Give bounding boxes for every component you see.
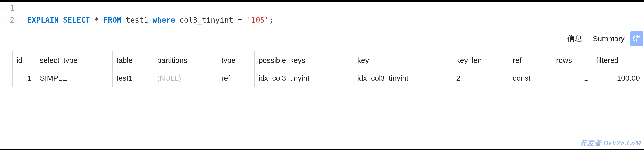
tab-result[interactable]: 结 <box>630 31 642 46</box>
col-header-type[interactable]: type <box>218 51 254 69</box>
table-header-row: id select_type table partitions type pos… <box>0 51 644 69</box>
line-number: 1 <box>0 4 20 13</box>
cell-blank <box>0 69 12 87</box>
code-content[interactable]: EXPLAIN SELECT * FROM test1 where col3_t… <box>20 16 274 24</box>
col-header-select-type[interactable]: select_type <box>36 51 112 69</box>
code-editor[interactable]: 1 2 EXPLAIN SELECT * FROM test1 where co… <box>0 2 644 26</box>
code-line: 1 <box>0 2 644 14</box>
cell-partitions: (NULL) <box>153 69 218 87</box>
col-header-filtered[interactable]: filtered <box>592 51 644 69</box>
col-header-id[interactable]: id <box>12 51 36 69</box>
cell-filtered: 100.00 <box>592 69 644 87</box>
cell-id: 1 <box>12 69 36 87</box>
col-header-possible-keys[interactable]: possible_keys <box>254 51 354 69</box>
col-header-table[interactable]: table <box>112 51 153 69</box>
result-tabs: 信息 Summary 结 <box>0 26 644 51</box>
col-header-key[interactable]: key <box>353 51 452 69</box>
col-header-rows[interactable]: rows <box>552 51 592 69</box>
code-line: 2 EXPLAIN SELECT * FROM test1 where col3… <box>0 14 644 26</box>
table-row[interactable]: 1 SIMPLE test1 (NULL) ref idx_col3_tinyi… <box>0 69 644 87</box>
tab-summary[interactable]: Summary <box>588 32 630 45</box>
cell-type: ref <box>218 69 254 87</box>
tab-info[interactable]: 信息 <box>562 31 588 46</box>
cell-possible-keys: idx_col3_tinyint <box>254 69 354 87</box>
cell-key-len: 2 <box>452 69 509 87</box>
cell-table: test1 <box>112 69 153 87</box>
col-header-blank[interactable] <box>0 51 12 69</box>
cell-rows: 1 <box>552 69 592 87</box>
col-header-ref[interactable]: ref <box>509 51 552 69</box>
cell-key: idx_col3_tinyint <box>353 69 452 87</box>
watermark: 开发者 DeVZe.CoM <box>580 138 642 148</box>
col-header-key-len[interactable]: key_len <box>452 51 509 69</box>
cell-ref: const <box>509 69 552 87</box>
cell-select-type: SIMPLE <box>36 69 112 87</box>
results-table: id select_type table partitions type pos… <box>0 51 644 87</box>
col-header-partitions[interactable]: partitions <box>153 51 218 69</box>
line-number: 2 <box>0 16 20 24</box>
results-table-container: id select_type table partitions type pos… <box>0 51 644 87</box>
